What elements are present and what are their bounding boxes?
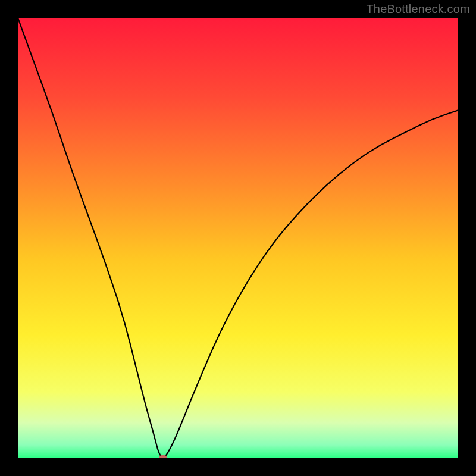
bottleneck-curve <box>18 18 458 458</box>
plot-area <box>18 18 458 458</box>
chart-frame: TheBottleneck.com <box>0 0 476 476</box>
optimal-marker <box>159 455 167 458</box>
watermark-text: TheBottleneck.com <box>366 2 470 16</box>
